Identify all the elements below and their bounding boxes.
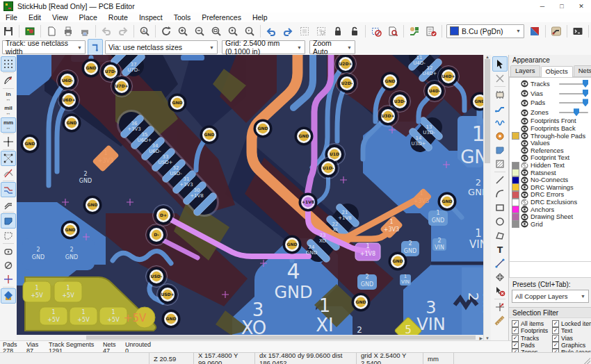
add-rule-area-tool-button[interactable] xyxy=(493,157,507,171)
vertical-scrollbar[interactable]: ▲ ▼ xyxy=(483,55,491,340)
filter-all-items[interactable]: ✓All items xyxy=(512,320,552,327)
add-alignment-target-tool-button[interactable] xyxy=(493,270,507,284)
color-swatch[interactable] xyxy=(512,213,519,221)
menu-route[interactable]: Route xyxy=(103,13,133,22)
color-swatch[interactable] xyxy=(512,176,519,184)
add-footprint-tool-button[interactable] xyxy=(493,88,507,101)
close-button[interactable]: ✕ xyxy=(572,0,591,13)
opacity-slider[interactable] xyxy=(559,108,588,117)
zoom-in-button[interactable] xyxy=(175,24,191,39)
color-swatch[interactable] xyxy=(512,162,519,169)
show-ratsnest-button[interactable] xyxy=(1,151,16,166)
sketch-pads-button[interactable] xyxy=(1,245,15,258)
track-width-select[interactable]: Track: use netclass width▼ xyxy=(2,40,86,54)
filled-zones-button[interactable] xyxy=(1,213,16,229)
vertical-scroll-thumb[interactable] xyxy=(485,59,490,163)
via-u7d[interactable]: U7D+ xyxy=(111,76,133,97)
save-button[interactable] xyxy=(0,24,17,39)
find-button[interactable]: A xyxy=(136,24,153,39)
tab-nets[interactable]: Nets xyxy=(574,65,591,76)
color-swatch[interactable] xyxy=(512,132,519,140)
redo-from-selection-button[interactable] xyxy=(280,24,296,39)
eye-icon[interactable] xyxy=(521,220,528,228)
eye-icon[interactable] xyxy=(521,169,528,176)
via-d[interactable]: D+ xyxy=(153,205,175,226)
sketch-tracks-button[interactable] xyxy=(1,197,15,211)
checkbox-checked-icon[interactable]: ✓ xyxy=(512,342,519,349)
menu-view[interactable]: View xyxy=(47,13,74,22)
eye-icon[interactable] xyxy=(521,132,528,140)
undo-button[interactable] xyxy=(98,24,115,39)
via-gnd[interactable]: GND xyxy=(352,293,371,312)
grid-select[interactable]: Grid: 2.5400 mm (0.1000 in)▼ xyxy=(222,40,305,54)
eye-icon[interactable] xyxy=(521,176,528,184)
menu-tools[interactable]: Tools xyxy=(168,13,197,22)
search-documentation-button[interactable] xyxy=(384,24,401,39)
via-u1d[interactable]: U1D- xyxy=(318,158,339,179)
eye-icon[interactable] xyxy=(521,90,528,97)
horizontal-scrollbar[interactable]: ▶ xyxy=(17,335,483,340)
color-swatch[interactable] xyxy=(512,191,519,199)
via-gnd[interactable]: GND xyxy=(200,126,219,144)
redo-button[interactable] xyxy=(115,24,131,39)
filter-pads[interactable]: ✓Pads xyxy=(512,342,552,349)
units-mm-button[interactable]: mm↔ xyxy=(1,117,16,133)
via-gnd[interactable]: GND xyxy=(21,135,40,154)
minimize-button[interactable]: ─ xyxy=(533,0,552,13)
eye-icon[interactable] xyxy=(521,99,528,107)
via-u4d[interactable]: U4D- xyxy=(424,81,446,102)
eye-icon[interactable] xyxy=(521,213,528,221)
plot-button[interactable] xyxy=(76,24,93,39)
via-gnd[interactable]: GND xyxy=(389,252,407,271)
color-swatch[interactable] xyxy=(512,199,519,206)
via-gnd[interactable]: GND xyxy=(283,235,302,254)
via-u4d[interactable]: U4D+ xyxy=(438,66,460,88)
filter-tracks[interactable]: ✓Tracks xyxy=(512,335,552,342)
sketch-vias-button[interactable] xyxy=(1,258,15,272)
checkbox-checked-icon[interactable]: ✓ xyxy=(552,320,559,327)
delete-tool-button[interactable] xyxy=(493,284,507,298)
menu-place[interactable]: Place xyxy=(74,13,103,22)
eye-icon[interactable] xyxy=(521,191,528,199)
filter-graphics[interactable]: ✓Graphics xyxy=(552,342,591,349)
interactive-router-settings-button[interactable] xyxy=(406,24,423,39)
filter-footprints[interactable]: ✓Footprints xyxy=(512,327,552,334)
eye-icon[interactable] xyxy=(521,206,528,213)
net-highlight-mode-button[interactable] xyxy=(1,182,16,197)
layer-pair-button[interactable] xyxy=(526,24,543,39)
checkbox-checked-icon[interactable]: ✓ xyxy=(552,335,559,342)
add-via-tool-button[interactable] xyxy=(493,129,507,143)
add-text-tool-button[interactable]: T xyxy=(493,242,507,256)
color-swatch[interactable] xyxy=(512,220,519,228)
eye-icon[interactable] xyxy=(521,125,528,133)
set-drill-origin-tool-button[interactable] xyxy=(493,300,507,314)
toggle-grid-button[interactable] xyxy=(1,56,16,72)
zoom-select[interactable]: Zoom Auto▼ xyxy=(309,40,355,54)
draw-circle-tool-button[interactable] xyxy=(493,215,507,229)
via-u3d[interactable]: U3D+ xyxy=(378,106,399,127)
eye-icon[interactable] xyxy=(521,154,528,162)
menu-edit[interactable]: Edit xyxy=(23,13,47,22)
resize-grip[interactable] xyxy=(583,357,590,364)
via-u6d[interactable]: U6D+ xyxy=(58,90,80,111)
via-u2d[interactable]: U2D- xyxy=(337,73,358,94)
via-gnd[interactable]: GND xyxy=(61,221,80,240)
tune-length-tool-button[interactable] xyxy=(493,115,507,129)
color-swatch[interactable] xyxy=(512,183,519,191)
via-gnd[interactable]: GND xyxy=(168,94,187,113)
via-gnd[interactable]: GND xyxy=(63,114,81,133)
page-settings-button[interactable] xyxy=(43,24,60,39)
cursor-shape-button[interactable] xyxy=(1,135,15,149)
eye-icon[interactable] xyxy=(521,109,528,117)
via-gnd[interactable]: GND xyxy=(381,72,400,91)
menu-preferences[interactable]: Preferences xyxy=(196,13,247,22)
filter-vias[interactable]: ✓Vias xyxy=(552,335,591,342)
toggle-drc-off-button[interactable] xyxy=(368,24,384,39)
checkbox-checked-icon[interactable]: ✓ xyxy=(512,320,519,327)
route-single-track-button[interactable] xyxy=(548,24,565,39)
draw-arc-tool-button[interactable] xyxy=(493,187,507,201)
zoom-to-objects-button[interactable] xyxy=(225,24,241,39)
polar-coordinates-button[interactable] xyxy=(1,74,15,88)
lock-button[interactable] xyxy=(330,24,346,39)
zoom-to-fit-button[interactable] xyxy=(208,24,225,39)
